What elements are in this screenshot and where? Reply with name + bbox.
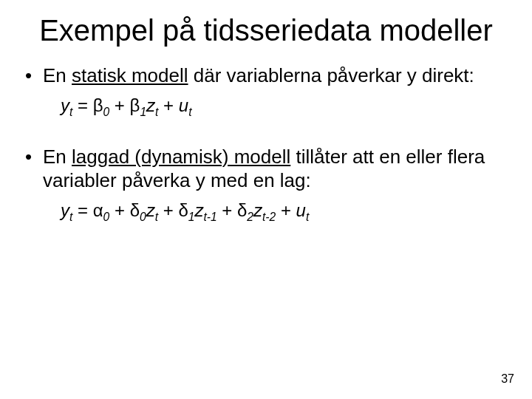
eq1-plus1: + [109,95,129,115]
eq2-z2: z [253,200,262,220]
bullet-lagged-model: En laggad (dynamisk) modell tillåter att… [22,145,510,193]
eq1-usub: t [188,105,191,117]
equation-lagged: yt = α0 + δ0zt + δ1zt-1 + δ2zt-2 + ut [61,199,510,225]
eq1-plus2: + [158,95,178,115]
bullet-static-model: En statisk modell där variablerna påverk… [22,64,510,88]
eq1-u: u [179,95,188,115]
page-number: 37 [501,372,514,386]
eq1-beta0-sub: 0 [103,105,110,117]
eq2-plus2: + [158,200,178,220]
equation-static: yt = β0 + β1zt + ut [61,94,510,120]
eq2-plus4: + [276,200,296,220]
eq2-y: y [61,200,69,220]
eq2-z0: z [146,200,155,220]
eq1-beta1-sub: 1 [140,105,146,117]
eq2-delta2-sym: δ [237,200,247,220]
eq1-z: z [146,95,155,115]
eq2-plus1: + [109,200,129,220]
bullet2-pre: En [43,146,72,168]
eq2-delta1-sym: δ [178,200,188,220]
eq2-delta2-sub: 2 [247,210,253,222]
eq2-z1sub: t-1 [203,210,216,222]
eq2-z1: z [194,200,203,220]
eq2-eq: = [72,200,92,220]
eq1-beta0-sym: β [93,95,103,115]
bullet1-post: där variablerna påverkar y direkt: [188,64,474,86]
slide-title: Exempel på tidsseriedata modeller [22,13,510,47]
eq2-u: u [296,200,306,220]
bullet2-underlined: laggad (dynamisk) modell [72,146,290,168]
eq1-y: y [61,95,69,115]
eq2-delta0-sub: 0 [140,210,146,222]
bullet1-pre: En [43,64,72,86]
eq2-alpha-sym: α [93,200,103,220]
bullet1-underlined: statisk modell [72,64,188,86]
eq2-delta0-sym: δ [130,200,140,220]
eq2-z2sub: t-2 [262,210,276,222]
eq2-plus3: + [217,200,237,220]
eq2-usub: t [306,210,309,222]
eq1-beta1-sym: β [130,95,140,115]
eq2-alpha-sub: 0 [103,210,110,222]
eq1-eq: = [72,95,92,115]
